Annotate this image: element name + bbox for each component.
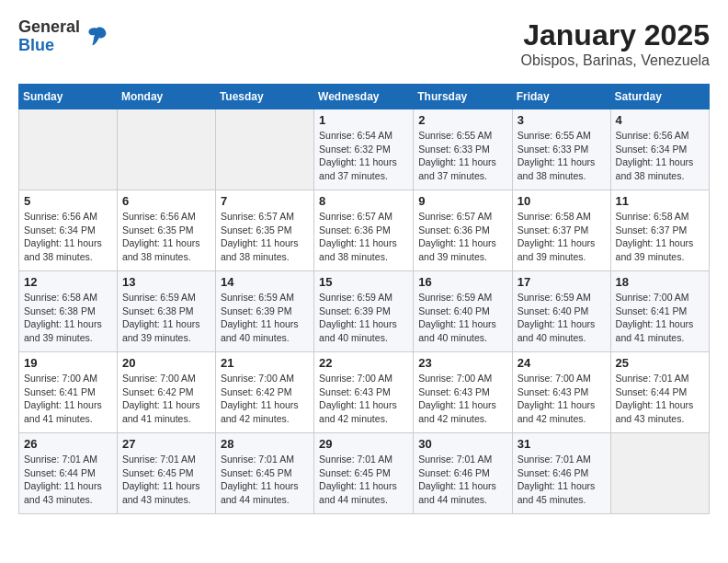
- calendar-cell: 17Sunrise: 6:59 AM Sunset: 6:40 PM Dayli…: [512, 271, 610, 352]
- day-number: 15: [319, 275, 408, 289]
- calendar-cell: 21Sunrise: 7:00 AM Sunset: 6:42 PM Dayli…: [215, 352, 313, 433]
- day-number: 4: [616, 113, 704, 127]
- calendar-week-row: 5Sunrise: 6:56 AM Sunset: 6:34 PM Daylig…: [19, 190, 710, 271]
- day-info: Sunrise: 6:57 AM Sunset: 6:35 PM Dayligh…: [221, 210, 309, 264]
- calendar-cell: 18Sunrise: 7:00 AM Sunset: 6:41 PM Dayli…: [610, 271, 709, 352]
- day-info: Sunrise: 7:00 AM Sunset: 6:41 PM Dayligh…: [24, 372, 112, 426]
- weekday-header-friday: Friday: [512, 85, 610, 109]
- day-number: 18: [616, 275, 704, 289]
- day-info: Sunrise: 7:00 AM Sunset: 6:43 PM Dayligh…: [518, 372, 606, 426]
- day-number: 29: [319, 437, 408, 451]
- day-number: 16: [418, 275, 506, 289]
- day-number: 22: [319, 356, 408, 370]
- calendar-cell: 14Sunrise: 6:59 AM Sunset: 6:39 PM Dayli…: [215, 271, 313, 352]
- weekday-header-row: SundayMondayTuesdayWednesdayThursdayFrid…: [19, 85, 710, 109]
- day-info: Sunrise: 6:56 AM Sunset: 6:34 PM Dayligh…: [24, 210, 112, 264]
- calendar-cell: 26Sunrise: 7:01 AM Sunset: 6:44 PM Dayli…: [19, 433, 118, 514]
- day-info: Sunrise: 7:00 AM Sunset: 6:42 PM Dayligh…: [122, 372, 210, 426]
- page-header: General Blue January 2025 Obispos, Barin…: [18, 18, 710, 69]
- day-info: Sunrise: 7:01 AM Sunset: 6:45 PM Dayligh…: [221, 453, 309, 507]
- day-info: Sunrise: 6:59 AM Sunset: 6:39 PM Dayligh…: [221, 291, 309, 345]
- calendar-week-row: 12Sunrise: 6:58 AM Sunset: 6:38 PM Dayli…: [19, 271, 710, 352]
- day-number: 24: [518, 356, 606, 370]
- day-info: Sunrise: 6:58 AM Sunset: 6:37 PM Dayligh…: [518, 210, 606, 264]
- day-number: 26: [24, 437, 112, 451]
- day-number: 30: [418, 437, 506, 451]
- calendar-cell: 30Sunrise: 7:01 AM Sunset: 6:46 PM Dayli…: [414, 433, 512, 514]
- day-number: 21: [221, 356, 309, 370]
- calendar-week-row: 1Sunrise: 6:54 AM Sunset: 6:32 PM Daylig…: [19, 109, 710, 190]
- day-info: Sunrise: 7:00 AM Sunset: 6:43 PM Dayligh…: [319, 372, 408, 426]
- day-info: Sunrise: 6:59 AM Sunset: 6:38 PM Dayligh…: [122, 291, 210, 345]
- day-info: Sunrise: 6:58 AM Sunset: 6:38 PM Dayligh…: [24, 291, 112, 345]
- day-info: Sunrise: 6:59 AM Sunset: 6:39 PM Dayligh…: [319, 291, 408, 345]
- calendar-cell: 23Sunrise: 7:00 AM Sunset: 6:43 PM Dayli…: [414, 352, 512, 433]
- calendar-cell: 2Sunrise: 6:55 AM Sunset: 6:33 PM Daylig…: [414, 109, 512, 190]
- day-info: Sunrise: 7:01 AM Sunset: 6:44 PM Dayligh…: [616, 372, 704, 426]
- day-number: 27: [122, 437, 210, 451]
- logo-general-text: General: [18, 18, 80, 37]
- day-info: Sunrise: 7:01 AM Sunset: 6:46 PM Dayligh…: [518, 453, 606, 507]
- day-number: 8: [319, 194, 408, 208]
- page-title: January 2025: [521, 18, 710, 52]
- logo: General Blue: [18, 18, 109, 55]
- day-number: 12: [24, 275, 112, 289]
- calendar-cell: [215, 109, 313, 190]
- logo-bird-icon: [84, 24, 109, 50]
- title-block: January 2025 Obispos, Barinas, Venezuela: [521, 18, 710, 69]
- day-info: Sunrise: 6:55 AM Sunset: 6:33 PM Dayligh…: [418, 129, 506, 183]
- calendar-cell: 1Sunrise: 6:54 AM Sunset: 6:32 PM Daylig…: [314, 109, 414, 190]
- day-number: 11: [616, 194, 704, 208]
- calendar-week-row: 26Sunrise: 7:01 AM Sunset: 6:44 PM Dayli…: [19, 433, 710, 514]
- day-info: Sunrise: 6:57 AM Sunset: 6:36 PM Dayligh…: [418, 210, 506, 264]
- logo-blue-text: Blue: [18, 37, 80, 55]
- calendar-cell: 7Sunrise: 6:57 AM Sunset: 6:35 PM Daylig…: [215, 190, 313, 271]
- day-info: Sunrise: 6:58 AM Sunset: 6:37 PM Dayligh…: [616, 210, 704, 264]
- calendar-week-row: 19Sunrise: 7:00 AM Sunset: 6:41 PM Dayli…: [19, 352, 710, 433]
- calendar-cell: 12Sunrise: 6:58 AM Sunset: 6:38 PM Dayli…: [19, 271, 118, 352]
- calendar-cell: [117, 109, 215, 190]
- calendar-cell: 13Sunrise: 6:59 AM Sunset: 6:38 PM Dayli…: [117, 271, 215, 352]
- day-number: 19: [24, 356, 112, 370]
- day-number: 1: [319, 113, 408, 127]
- day-info: Sunrise: 6:55 AM Sunset: 6:33 PM Dayligh…: [518, 129, 606, 183]
- weekday-header-wednesday: Wednesday: [314, 85, 414, 109]
- calendar-cell: [610, 433, 709, 514]
- calendar-cell: 20Sunrise: 7:00 AM Sunset: 6:42 PM Dayli…: [117, 352, 215, 433]
- day-info: Sunrise: 7:01 AM Sunset: 6:45 PM Dayligh…: [319, 453, 408, 507]
- calendar-cell: 11Sunrise: 6:58 AM Sunset: 6:37 PM Dayli…: [610, 190, 709, 271]
- page-subtitle: Obispos, Barinas, Venezuela: [521, 52, 710, 69]
- day-number: 25: [616, 356, 704, 370]
- day-info: Sunrise: 7:01 AM Sunset: 6:45 PM Dayligh…: [122, 453, 210, 507]
- day-number: 23: [418, 356, 506, 370]
- calendar-cell: 19Sunrise: 7:00 AM Sunset: 6:41 PM Dayli…: [19, 352, 118, 433]
- day-info: Sunrise: 7:00 AM Sunset: 6:42 PM Dayligh…: [221, 372, 309, 426]
- day-number: 3: [518, 113, 606, 127]
- weekday-header-saturday: Saturday: [610, 85, 709, 109]
- calendar-cell: 29Sunrise: 7:01 AM Sunset: 6:45 PM Dayli…: [314, 433, 414, 514]
- day-info: Sunrise: 7:00 AM Sunset: 6:41 PM Dayligh…: [616, 291, 704, 345]
- calendar-cell: 24Sunrise: 7:00 AM Sunset: 6:43 PM Dayli…: [512, 352, 610, 433]
- day-number: 28: [221, 437, 309, 451]
- day-number: 13: [122, 275, 210, 289]
- day-info: Sunrise: 6:56 AM Sunset: 6:34 PM Dayligh…: [616, 129, 704, 183]
- calendar-cell: 15Sunrise: 6:59 AM Sunset: 6:39 PM Dayli…: [314, 271, 414, 352]
- calendar-cell: 16Sunrise: 6:59 AM Sunset: 6:40 PM Dayli…: [414, 271, 512, 352]
- day-number: 9: [418, 194, 506, 208]
- day-number: 17: [518, 275, 606, 289]
- calendar-cell: 8Sunrise: 6:57 AM Sunset: 6:36 PM Daylig…: [314, 190, 414, 271]
- day-number: 20: [122, 356, 210, 370]
- weekday-header-monday: Monday: [117, 85, 215, 109]
- calendar-cell: 6Sunrise: 6:56 AM Sunset: 6:35 PM Daylig…: [117, 190, 215, 271]
- day-info: Sunrise: 6:57 AM Sunset: 6:36 PM Dayligh…: [319, 210, 408, 264]
- calendar-cell: 27Sunrise: 7:01 AM Sunset: 6:45 PM Dayli…: [117, 433, 215, 514]
- day-number: 6: [122, 194, 210, 208]
- day-number: 7: [221, 194, 309, 208]
- calendar-cell: 31Sunrise: 7:01 AM Sunset: 6:46 PM Dayli…: [512, 433, 610, 514]
- day-number: 5: [24, 194, 112, 208]
- calendar-cell: 22Sunrise: 7:00 AM Sunset: 6:43 PM Dayli…: [314, 352, 414, 433]
- day-info: Sunrise: 6:56 AM Sunset: 6:35 PM Dayligh…: [122, 210, 210, 264]
- calendar-cell: 5Sunrise: 6:56 AM Sunset: 6:34 PM Daylig…: [19, 190, 118, 271]
- weekday-header-tuesday: Tuesday: [215, 85, 313, 109]
- calendar-cell: 4Sunrise: 6:56 AM Sunset: 6:34 PM Daylig…: [610, 109, 709, 190]
